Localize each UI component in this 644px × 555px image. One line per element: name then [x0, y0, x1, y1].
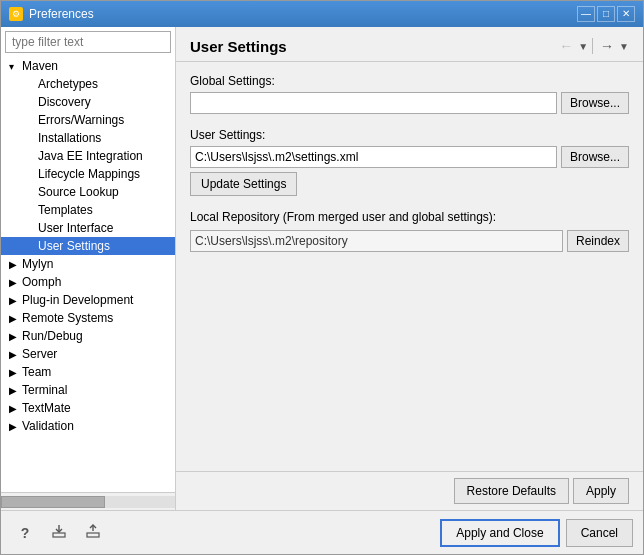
tree-item-archetypes[interactable]: Archetypes: [1, 75, 175, 93]
tree-label-usersettings: User Settings: [38, 239, 110, 253]
right-content: Global Settings: Browse... User Settings…: [176, 62, 643, 471]
tree-label-archetypes: Archetypes: [38, 77, 98, 91]
export-button[interactable]: [45, 519, 73, 547]
tree-label-server: Server: [22, 347, 57, 361]
tree-label-team: Team: [22, 365, 51, 379]
user-settings-label: User Settings:: [190, 128, 629, 142]
local-repo-group: Local Repository (From merged user and g…: [190, 210, 629, 252]
tree-arrow-server: ▶: [9, 349, 19, 360]
tree-label-sourcelookup: Source Lookup: [38, 185, 119, 199]
tree-label-installations: Installations: [38, 131, 101, 145]
bottom-right-buttons: Apply and Close Cancel: [440, 519, 633, 547]
tree-arrow-validation: ▶: [9, 421, 19, 432]
tree-arrow-oomph: ▶: [9, 277, 19, 288]
tree-label-validation: Validation: [22, 419, 74, 433]
content-area: ▾MavenArchetypesDiscoveryErrors/Warnings…: [1, 27, 643, 510]
tree-item-validation[interactable]: ▶Validation: [1, 417, 175, 435]
tree-item-textmate[interactable]: ▶TextMate: [1, 399, 175, 417]
title-bar-left: ⚙ Preferences: [9, 7, 94, 21]
tree-label-mylyn: Mylyn: [22, 257, 53, 271]
apply-and-close-button[interactable]: Apply and Close: [440, 519, 559, 547]
tree-item-mylyn[interactable]: ▶Mylyn: [1, 255, 175, 273]
user-settings-row: Browse...: [190, 146, 629, 168]
maximize-button[interactable]: □: [597, 6, 615, 22]
nav-buttons: ← ▼ → ▼: [556, 37, 629, 55]
local-repo-input[interactable]: [190, 230, 563, 252]
tree-item-server[interactable]: ▶Server: [1, 345, 175, 363]
tree-item-plugindev[interactable]: ▶Plug-in Development: [1, 291, 175, 309]
tree-arrow-maven: ▾: [9, 61, 19, 72]
nav-forward-dropdown[interactable]: ▼: [619, 41, 629, 52]
apply-button[interactable]: Apply: [573, 478, 629, 504]
title-bar: ⚙ Preferences — □ ✕: [1, 1, 643, 27]
tree-arrow-team: ▶: [9, 367, 19, 378]
tree-container: ▾MavenArchetypesDiscoveryErrors/Warnings…: [1, 57, 175, 492]
tree-scrollbar[interactable]: [1, 492, 175, 510]
nav-separator: [592, 38, 593, 54]
tree-label-oomph: Oomph: [22, 275, 61, 289]
tree-item-userinterface[interactable]: User Interface: [1, 219, 175, 237]
tree-label-javaee: Java EE Integration: [38, 149, 143, 163]
tree-label-lifecycle: Lifecycle Mappings: [38, 167, 140, 181]
user-settings-group: User Settings: Browse... Update Settings: [190, 128, 629, 196]
tree-item-installations[interactable]: Installations: [1, 129, 175, 147]
bottom-bar: ?: [1, 510, 643, 554]
local-repo-label: Local Repository (From merged user and g…: [190, 210, 629, 224]
global-settings-group: Global Settings: Browse...: [190, 74, 629, 114]
tree-item-discovery[interactable]: Discovery: [1, 93, 175, 111]
tree-item-remotesystems[interactable]: ▶Remote Systems: [1, 309, 175, 327]
tree-item-errors[interactable]: Errors/Warnings: [1, 111, 175, 129]
cancel-button[interactable]: Cancel: [566, 519, 633, 547]
tree-item-team[interactable]: ▶Team: [1, 363, 175, 381]
global-settings-row: Browse...: [190, 92, 629, 114]
tree-item-usersettings[interactable]: User Settings: [1, 237, 175, 255]
tree-item-sourcelookup[interactable]: Source Lookup: [1, 183, 175, 201]
close-button[interactable]: ✕: [617, 6, 635, 22]
tree-label-rundebug: Run/Debug: [22, 329, 83, 343]
tree-label-textmate: TextMate: [22, 401, 71, 415]
tree-label-plugindev: Plug-in Development: [22, 293, 133, 307]
import-button[interactable]: [79, 519, 107, 547]
tree-item-oomph[interactable]: ▶Oomph: [1, 273, 175, 291]
tree-item-templates[interactable]: Templates: [1, 201, 175, 219]
user-settings-input[interactable]: [190, 146, 557, 168]
nav-back-dropdown[interactable]: ▼: [578, 41, 588, 52]
global-settings-input[interactable]: [190, 92, 557, 114]
minimize-button[interactable]: —: [577, 6, 595, 22]
tree-arrow-rundebug: ▶: [9, 331, 19, 342]
scroll-thumb: [1, 496, 105, 508]
update-settings-button[interactable]: Update Settings: [190, 172, 297, 196]
tree-item-terminal[interactable]: ▶Terminal: [1, 381, 175, 399]
tree-arrow-terminal: ▶: [9, 385, 19, 396]
global-settings-label: Global Settings:: [190, 74, 629, 88]
tree-label-remotesystems: Remote Systems: [22, 311, 113, 325]
bottom-left-icons: ?: [11, 519, 107, 547]
right-panel-title: User Settings: [190, 38, 287, 55]
help-button[interactable]: ?: [11, 519, 39, 547]
tree-item-rundebug[interactable]: ▶Run/Debug: [1, 327, 175, 345]
window-title: Preferences: [29, 7, 94, 21]
global-settings-browse-button[interactable]: Browse...: [561, 92, 629, 114]
tree-arrow-mylyn: ▶: [9, 259, 19, 270]
svg-rect-0: [53, 533, 65, 537]
tree-arrow-textmate: ▶: [9, 403, 19, 414]
filter-input[interactable]: [5, 31, 171, 53]
reindex-button[interactable]: Reindex: [567, 230, 629, 252]
tree-arrow-remotesystems: ▶: [9, 313, 19, 324]
tree-label-maven: Maven: [22, 59, 58, 73]
right-header: User Settings ← ▼ → ▼: [176, 27, 643, 62]
window-controls: — □ ✕: [577, 6, 635, 22]
import-icon: [85, 523, 101, 543]
window-icon: ⚙: [9, 7, 23, 21]
tree-label-errors: Errors/Warnings: [38, 113, 124, 127]
svg-rect-2: [87, 533, 99, 537]
tree-item-javaee[interactable]: Java EE Integration: [1, 147, 175, 165]
local-repo-row: Reindex: [190, 230, 629, 252]
nav-back-button[interactable]: ←: [556, 37, 576, 55]
user-settings-browse-button[interactable]: Browse...: [561, 146, 629, 168]
nav-forward-button[interactable]: →: [597, 37, 617, 55]
tree-item-maven[interactable]: ▾Maven: [1, 57, 175, 75]
tree-item-lifecycle[interactable]: Lifecycle Mappings: [1, 165, 175, 183]
restore-defaults-button[interactable]: Restore Defaults: [454, 478, 569, 504]
tree-label-templates: Templates: [38, 203, 93, 217]
